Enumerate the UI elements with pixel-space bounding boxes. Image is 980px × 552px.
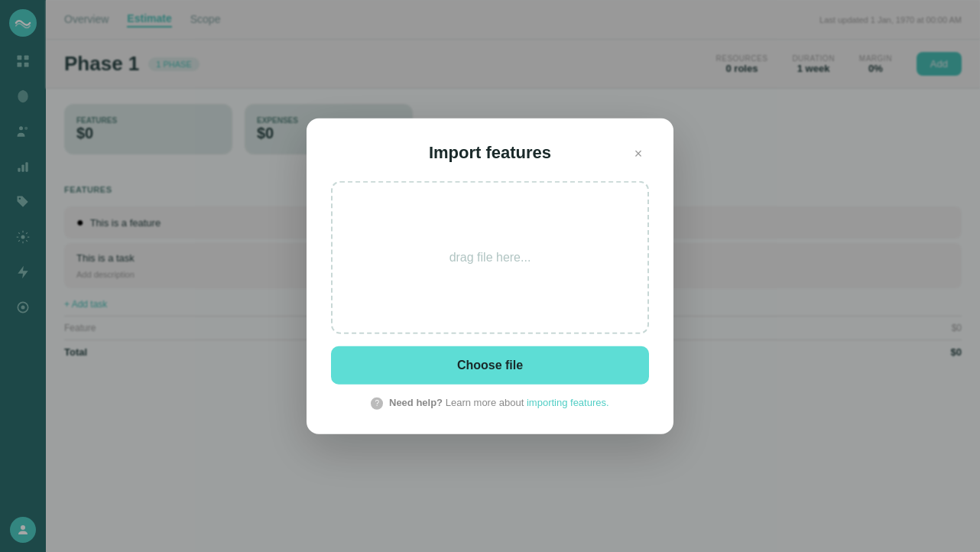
choose-file-button[interactable]: Choose file	[331, 346, 649, 385]
modal-header: Import features ×	[331, 143, 649, 163]
modal-help-text: ? Need help? Learn more about importing …	[331, 397, 649, 410]
help-strong: Need help?	[389, 397, 443, 408]
help-icon: ?	[371, 397, 383, 409]
modal-close-button[interactable]: ×	[628, 143, 649, 164]
help-prefix: Learn more about	[446, 397, 527, 408]
modal-title: Import features	[429, 143, 551, 163]
help-link[interactable]: importing features.	[527, 397, 609, 408]
import-features-modal: Import features × drag file here... Choo…	[307, 119, 673, 434]
drop-zone[interactable]: drag file here...	[331, 181, 649, 334]
drop-zone-text: drag file here...	[449, 251, 531, 265]
